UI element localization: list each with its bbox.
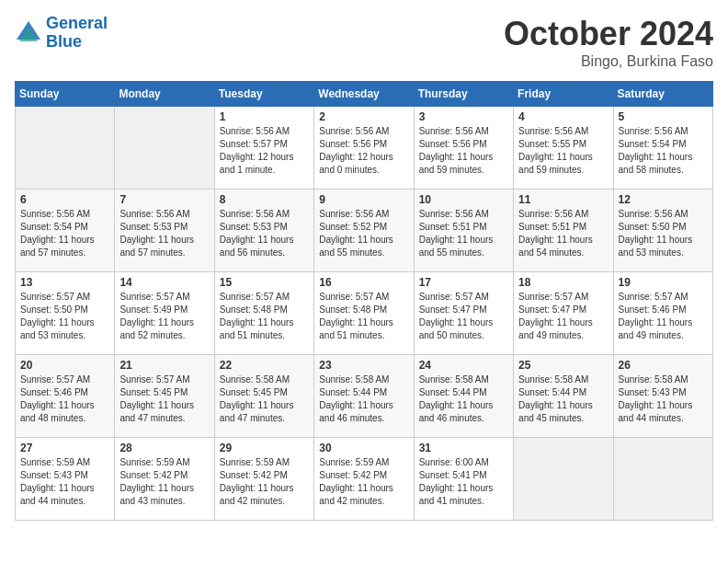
day-info: Sunrise: 5:56 AM Sunset: 5:56 PM Dayligh… [319, 125, 408, 177]
calendar-cell [16, 107, 115, 190]
calendar-cell: 19Sunrise: 5:57 AM Sunset: 5:46 PM Dayli… [613, 272, 712, 355]
calendar-cell: 28Sunrise: 5:59 AM Sunset: 5:42 PM Dayli… [115, 438, 214, 521]
title-block: October 2024 Bingo, Burkina Faso [504, 15, 713, 70]
day-number: 21 [119, 359, 209, 372]
calendar-week-row: 20Sunrise: 5:57 AM Sunset: 5:46 PM Dayli… [16, 355, 713, 438]
weekday-header-tuesday: Tuesday [214, 82, 313, 107]
day-info: Sunrise: 5:56 AM Sunset: 5:57 PM Dayligh… [220, 125, 309, 177]
weekday-header-friday: Friday [514, 82, 613, 107]
day-number: 3 [419, 110, 508, 123]
day-info: Sunrise: 5:59 AM Sunset: 5:42 PM Dayligh… [220, 456, 309, 508]
day-info: Sunrise: 5:58 AM Sunset: 5:44 PM Dayligh… [419, 373, 508, 425]
calendar-cell [514, 438, 613, 521]
calendar-cell: 10Sunrise: 5:56 AM Sunset: 5:51 PM Dayli… [414, 190, 513, 272]
weekday-header-saturday: Saturday [613, 82, 712, 107]
calendar-cell: 20Sunrise: 5:57 AM Sunset: 5:46 PM Dayli… [16, 355, 115, 438]
calendar-cell [613, 438, 712, 521]
day-number: 26 [619, 359, 708, 372]
day-info: Sunrise: 5:57 AM Sunset: 5:46 PM Dayligh… [619, 291, 708, 342]
day-info: Sunrise: 5:58 AM Sunset: 5:45 PM Dayligh… [220, 373, 309, 425]
day-info: Sunrise: 5:56 AM Sunset: 5:54 PM Dayligh… [619, 125, 708, 177]
day-info: Sunrise: 5:59 AM Sunset: 5:42 PM Dayligh… [319, 456, 408, 508]
calendar-cell: 18Sunrise: 5:57 AM Sunset: 5:47 PM Dayli… [514, 272, 613, 355]
calendar-cell: 23Sunrise: 5:58 AM Sunset: 5:44 PM Dayli… [314, 355, 414, 438]
calendar-cell: 9Sunrise: 5:56 AM Sunset: 5:52 PM Daylig… [314, 190, 414, 272]
day-info: Sunrise: 5:56 AM Sunset: 5:50 PM Dayligh… [619, 208, 708, 259]
day-info: Sunrise: 5:56 AM Sunset: 5:51 PM Dayligh… [518, 208, 608, 259]
day-info: Sunrise: 5:56 AM Sunset: 5:53 PM Dayligh… [220, 208, 309, 259]
day-number: 23 [319, 359, 408, 372]
logo-line2: Blue [46, 32, 82, 51]
calendar-cell: 1Sunrise: 5:56 AM Sunset: 5:57 PM Daylig… [214, 107, 313, 190]
calendar-cell: 12Sunrise: 5:56 AM Sunset: 5:50 PM Dayli… [613, 190, 712, 272]
day-number: 27 [20, 442, 109, 454]
calendar-cell: 7Sunrise: 5:56 AM Sunset: 5:53 PM Daylig… [115, 190, 214, 272]
calendar-week-row: 13Sunrise: 5:57 AM Sunset: 5:50 PM Dayli… [16, 272, 713, 355]
day-info: Sunrise: 5:56 AM Sunset: 5:54 PM Dayligh… [20, 208, 109, 259]
calendar-cell: 26Sunrise: 5:58 AM Sunset: 5:43 PM Dayli… [613, 355, 712, 438]
calendar-week-row: 1Sunrise: 5:56 AM Sunset: 5:57 PM Daylig… [16, 107, 713, 190]
day-info: Sunrise: 5:56 AM Sunset: 5:53 PM Dayligh… [119, 208, 209, 259]
logo-line1: General [46, 14, 108, 32]
day-number: 17 [419, 276, 508, 289]
day-info: Sunrise: 5:59 AM Sunset: 5:42 PM Dayligh… [119, 456, 209, 508]
location-title: Bingo, Burkina Faso [504, 53, 713, 70]
day-number: 18 [518, 276, 608, 289]
day-info: Sunrise: 5:58 AM Sunset: 5:44 PM Dayligh… [319, 373, 408, 425]
day-number: 14 [119, 276, 209, 289]
day-number: 31 [419, 442, 508, 454]
calendar-cell: 4Sunrise: 5:56 AM Sunset: 5:55 PM Daylig… [514, 107, 613, 190]
logo-text: General Blue [46, 15, 108, 52]
calendar-cell: 31Sunrise: 6:00 AM Sunset: 5:41 PM Dayli… [414, 438, 513, 521]
page-header: General Blue October 2024 Bingo, Burkina… [15, 15, 713, 70]
calendar-cell: 16Sunrise: 5:57 AM Sunset: 5:48 PM Dayli… [314, 272, 414, 355]
calendar-cell: 27Sunrise: 5:59 AM Sunset: 5:43 PM Dayli… [16, 438, 115, 521]
weekday-header-monday: Monday [115, 82, 214, 107]
day-number: 30 [319, 442, 408, 454]
day-info: Sunrise: 5:57 AM Sunset: 5:46 PM Dayligh… [20, 373, 109, 425]
day-number: 7 [119, 193, 209, 206]
day-number: 16 [319, 276, 408, 289]
calendar-week-row: 6Sunrise: 5:56 AM Sunset: 5:54 PM Daylig… [16, 190, 713, 272]
calendar-cell: 24Sunrise: 5:58 AM Sunset: 5:44 PM Dayli… [414, 355, 513, 438]
day-info: Sunrise: 5:56 AM Sunset: 5:52 PM Dayligh… [319, 208, 408, 259]
day-info: Sunrise: 5:56 AM Sunset: 5:51 PM Dayligh… [419, 208, 508, 259]
calendar-cell: 25Sunrise: 5:58 AM Sunset: 5:44 PM Dayli… [514, 355, 613, 438]
day-number: 1 [220, 110, 309, 123]
day-number: 2 [319, 110, 408, 123]
day-info: Sunrise: 5:59 AM Sunset: 5:43 PM Dayligh… [20, 456, 109, 508]
day-number: 29 [220, 442, 309, 454]
calendar-cell: 21Sunrise: 5:57 AM Sunset: 5:45 PM Dayli… [115, 355, 214, 438]
calendar-cell: 3Sunrise: 5:56 AM Sunset: 5:56 PM Daylig… [414, 107, 513, 190]
month-title: October 2024 [504, 15, 713, 53]
logo: General Blue [15, 15, 108, 52]
day-number: 22 [220, 359, 309, 372]
day-info: Sunrise: 5:58 AM Sunset: 5:44 PM Dayligh… [518, 373, 608, 425]
day-number: 13 [20, 276, 109, 289]
weekday-header-wednesday: Wednesday [314, 82, 414, 107]
calendar-cell: 8Sunrise: 5:56 AM Sunset: 5:53 PM Daylig… [214, 190, 313, 272]
calendar-cell: 14Sunrise: 5:57 AM Sunset: 5:49 PM Dayli… [115, 272, 214, 355]
weekday-header-sunday: Sunday [16, 82, 115, 107]
day-number: 24 [419, 359, 508, 372]
calendar-cell: 29Sunrise: 5:59 AM Sunset: 5:42 PM Dayli… [214, 438, 313, 521]
day-info: Sunrise: 5:57 AM Sunset: 5:50 PM Dayligh… [20, 291, 109, 342]
day-number: 6 [20, 193, 109, 206]
logo-icon [15, 19, 42, 47]
day-number: 12 [619, 193, 708, 206]
calendar-cell: 5Sunrise: 5:56 AM Sunset: 5:54 PM Daylig… [613, 107, 712, 190]
calendar-cell: 11Sunrise: 5:56 AM Sunset: 5:51 PM Dayli… [514, 190, 613, 272]
day-info: Sunrise: 5:57 AM Sunset: 5:48 PM Dayligh… [319, 291, 408, 342]
weekday-header-row: SundayMondayTuesdayWednesdayThursdayFrid… [16, 82, 713, 107]
day-number: 19 [619, 276, 708, 289]
calendar-cell: 13Sunrise: 5:57 AM Sunset: 5:50 PM Dayli… [16, 272, 115, 355]
day-number: 28 [119, 442, 209, 454]
day-number: 25 [518, 359, 608, 372]
day-info: Sunrise: 5:56 AM Sunset: 5:55 PM Dayligh… [518, 125, 608, 177]
calendar-cell: 22Sunrise: 5:58 AM Sunset: 5:45 PM Dayli… [214, 355, 313, 438]
calendar-cell: 2Sunrise: 5:56 AM Sunset: 5:56 PM Daylig… [314, 107, 414, 190]
weekday-header-thursday: Thursday [414, 82, 513, 107]
day-number: 10 [419, 193, 508, 206]
day-info: Sunrise: 6:00 AM Sunset: 5:41 PM Dayligh… [419, 456, 508, 508]
day-info: Sunrise: 5:57 AM Sunset: 5:48 PM Dayligh… [220, 291, 309, 342]
